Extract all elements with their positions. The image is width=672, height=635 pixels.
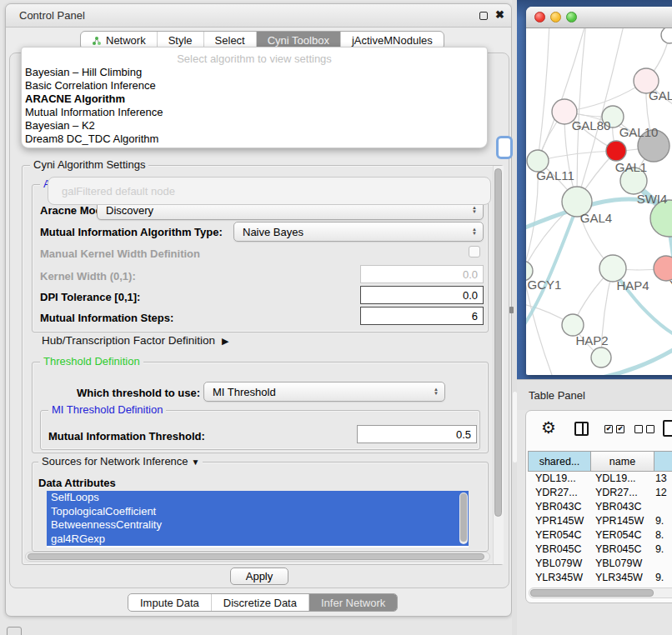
mi-type-value: Naive Bayes <box>243 226 303 238</box>
right-region: GALGAL80GAL10GAL1GAL11SWI4GAL4GCY1HAP4YH… <box>517 0 672 635</box>
which-threshold-combo[interactable]: MI Threshold ▲▼ <box>203 382 445 402</box>
bottom-tab-infer-network[interactable]: Infer Network <box>308 594 397 611</box>
node-label-hap2: HAP2 <box>575 333 608 348</box>
data-attributes-label: Data Attributes <box>38 477 116 489</box>
node-label-swi4: SWI4 <box>637 192 668 206</box>
network-window-titlebar[interactable] <box>526 7 672 28</box>
control-panel-titlebar: Control Panel ✖ <box>6 4 511 28</box>
attributes-scrollbar-thumb[interactable] <box>460 493 467 542</box>
network-selector-combo[interactable]: galFiltered default node <box>48 177 491 205</box>
table-row[interactable]: YLR345WYLR345W9. <box>528 571 672 585</box>
tab-label: Style <box>168 34 193 47</box>
table-hscroll-track <box>529 588 672 598</box>
table-row[interactable]: YBR045CYBR045C9. <box>528 542 672 557</box>
table-hscroll-thumb[interactable] <box>530 589 654 597</box>
combo-arrows-icon: ▲▼ <box>472 206 477 214</box>
algorithm-dropdown: Select algorithm to view settings Bayesi… <box>21 47 488 148</box>
table-cell: YBR045C <box>528 542 588 557</box>
data-attribute-item[interactable]: BetweennessCentrality <box>47 518 469 532</box>
data-attribute-item[interactable]: gal4RGexp <box>47 532 469 547</box>
window-zoom-button[interactable] <box>566 12 577 22</box>
manual-kernel-checkbox[interactable] <box>469 246 480 258</box>
float-window-icon[interactable] <box>479 12 488 20</box>
algorithm-option[interactable]: Mutual Information Inference <box>22 106 487 119</box>
dpi-tolerance-label: DPI Tolerance [0,1]: <box>40 291 140 303</box>
window-close-button[interactable] <box>534 12 545 22</box>
window-minimize-button[interactable] <box>550 12 561 22</box>
network-node-bottom-node[interactable] <box>591 348 611 368</box>
table-cell: 13 <box>648 472 672 486</box>
cyni-algorithm-settings-title: Cyni Algorithm Settings <box>30 159 148 171</box>
mi-threshold-label: Mutual Information Threshold: <box>48 430 205 442</box>
which-threshold-label: Which threshold to use: <box>77 387 200 399</box>
column-layout-icon[interactable] <box>574 422 589 436</box>
algorithm-option[interactable]: Basic Correlation Inference <box>22 79 487 92</box>
table-panel-header: Table Panel <box>517 379 672 410</box>
table-row[interactable]: YPR145WYPR145W9. <box>528 514 672 528</box>
table-cell: YDR27... <box>528 486 588 500</box>
table-toolbar: ⚙ ✔ ✔ <box>526 411 672 448</box>
file-icon[interactable] <box>663 420 672 437</box>
sources-group-title[interactable]: Sources for Network Inference▼ <box>38 456 203 468</box>
hub-definition-toggle[interactable]: Hub/Transcription Factor Definition▶ <box>42 334 229 347</box>
aracne-mode-value: Discovery <box>106 204 153 217</box>
kernel-width-label: Kernel Width (0,1): <box>40 270 136 282</box>
settings-gear-icon[interactable]: ⚙ <box>541 418 556 438</box>
tab-label: Cyni Toolbox <box>268 34 329 47</box>
table-cell: YDR27... <box>588 486 648 500</box>
table-row[interactable]: YBL079WYBL079W <box>528 557 672 571</box>
dpi-tolerance-field[interactable]: 0.0 <box>360 286 484 304</box>
algorithm-option[interactable]: ARACNE Algorithm <box>22 92 487 106</box>
table-row[interactable]: YBR043CYBR043C <box>528 500 672 514</box>
bottom-tab-discretize-data[interactable]: Discretize Data <box>211 594 308 611</box>
deselect-all-columns-icon[interactable] <box>634 425 654 433</box>
table-panel-title: Table Panel <box>529 389 585 402</box>
network-edge <box>538 28 549 161</box>
data-attribute-item[interactable]: SelfLoops <box>47 491 469 505</box>
network-tab-icon <box>92 36 102 46</box>
tab-label: Network <box>106 34 146 47</box>
table-cell: YLR345W <box>528 571 588 585</box>
node-label-gal1-red: GAL1 <box>615 160 647 174</box>
algorithm-option[interactable]: Bayesian – Hill Climbing <box>22 66 487 79</box>
apply-button[interactable]: Apply <box>230 568 288 585</box>
checked-box-icon: ✔ <box>616 425 624 433</box>
checked-box-icon: ✔ <box>604 425 613 433</box>
data-attribute-item[interactable]: TopologicalCoefficient <box>47 505 469 519</box>
table-cell <box>648 557 672 571</box>
mi-threshold-value: 0.5 <box>456 428 471 441</box>
algorithm-option[interactable]: Bayesian – K2 <box>22 119 487 132</box>
column-header[interactable]: shared... <box>528 451 591 472</box>
attr-items-holder: SelfLoopsTopologicalCoefficientBetweenne… <box>47 491 469 546</box>
select-all-columns-icon[interactable]: ✔ ✔ <box>604 425 624 433</box>
table-row[interactable]: YDR27...YDR27...12 <box>528 486 672 500</box>
algorithm-option[interactable]: Dream8 DC_TDC Algorithm <box>22 132 487 146</box>
network-node-gal1-red[interactable] <box>606 141 626 161</box>
network-canvas[interactable]: GALGAL80GAL10GAL1GAL11SWI4GAL4GCY1HAP4YH… <box>526 28 672 375</box>
kernel-width-field[interactable]: 0.0 <box>360 265 484 283</box>
divider-grip-icon[interactable] <box>509 307 514 313</box>
settings-hscroll-thumb[interactable] <box>28 553 484 560</box>
column-header[interactable] <box>654 451 672 472</box>
bottom-tab-impute-data[interactable]: Impute Data <box>128 594 211 611</box>
table-cell: YPR145W <box>588 514 648 528</box>
column-header[interactable]: name <box>591 451 654 472</box>
table-rows: YDL19...YDL19...13YDR27...YDR27...12YBR0… <box>528 472 672 597</box>
panel-corner-button[interactable] <box>7 627 22 635</box>
table-cell: YDL19... <box>528 472 588 486</box>
kernel-width-value: 0.0 <box>463 268 478 281</box>
control-panel-title: Control Panel <box>19 9 85 22</box>
mi-type-combo[interactable]: Naive Bayes ▲▼ <box>233 222 484 242</box>
algorithm-dropdown-items: Bayesian – Hill ClimbingBasic Correlatio… <box>22 66 487 146</box>
close-icon[interactable]: ✖ <box>495 8 504 21</box>
mi-threshold-group-title: MI Threshold Definition <box>48 404 166 416</box>
mi-threshold-field[interactable]: 0.5 <box>357 425 477 443</box>
table-cell: YBR043C <box>588 500 648 514</box>
mi-steps-field[interactable]: 6 <box>360 307 484 325</box>
network-node-cut-top[interactable] <box>661 28 672 43</box>
table-row[interactable]: YER054CYER054C8. <box>528 528 672 542</box>
settings-vscroll-thumb[interactable] <box>494 168 502 517</box>
control-panel-window: Control Panel ✖ NetworkStyleSelectCyni T… <box>5 3 512 617</box>
table-cell: YDL19... <box>588 472 648 486</box>
table-row[interactable]: YDL19...YDL19...13 <box>528 472 672 486</box>
